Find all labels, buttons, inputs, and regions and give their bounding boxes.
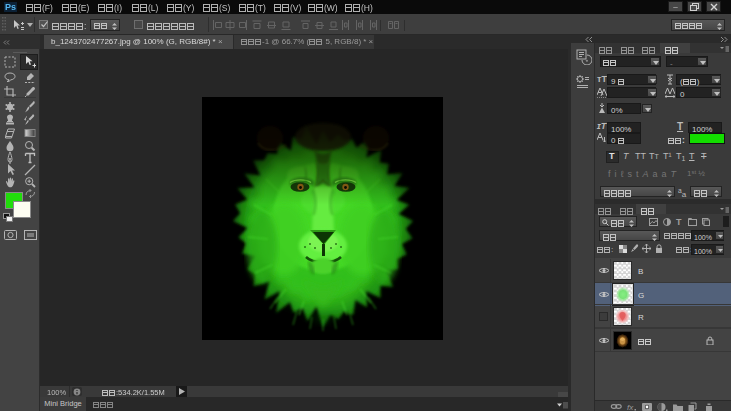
- svg-text:fx: fx: [627, 403, 634, 411]
